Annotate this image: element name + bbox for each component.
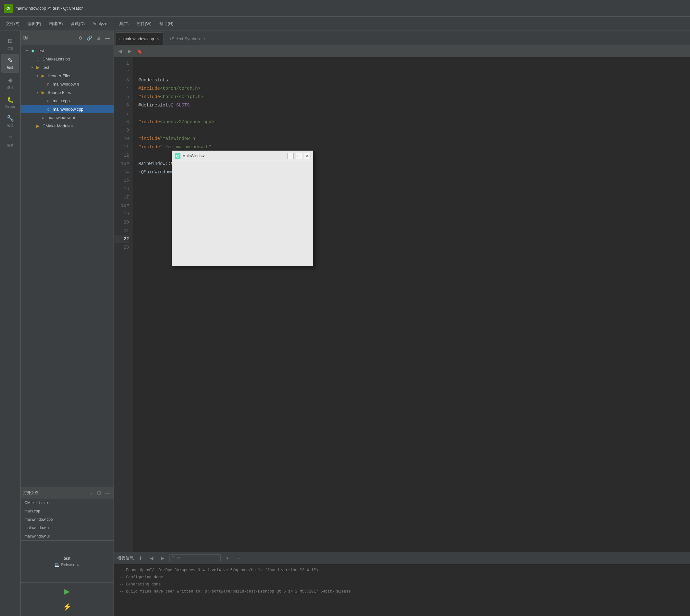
menu-item-d[interactable]: 调试(D) [67,20,88,28]
folder-file-icon: ▶ [40,90,46,95]
tree-item-cmakeliststxt[interactable]: CCMakeLists.txt [21,55,114,63]
open-doc-mainwindowh[interactable]: mainwindow.h [21,524,114,532]
nav-back-btn[interactable]: ◀ [116,47,124,55]
line-num-17: 17 [114,193,129,201]
tree-item-mainwindowcpp[interactable]: cmainwindow.cpp [21,105,114,113]
panel-add-btn[interactable]: + [223,554,231,562]
menu-item-h[interactable]: 帮助(H) [156,20,177,28]
tab-icon: c [119,36,121,41]
fold-arrow[interactable]: ▼ [127,201,129,210]
welcome-icon: ⊞ [6,37,15,45]
preview-content [172,161,313,266]
open-docs-collapse[interactable]: — [104,489,111,496]
tree-item-mainwindowui[interactable]: umainwindow.ui [21,113,114,122]
open-doc-mainwindowui[interactable]: mainwindow.ui [21,532,114,541]
open-doc-maincpp[interactable]: main.cpp [21,507,114,515]
expand-btn[interactable]: ⊞ [95,35,102,42]
build-target-device: 💻 Release ▶ [54,563,80,567]
line-num-4: 4 [114,84,129,93]
link-btn[interactable]: 🔗 [86,35,93,42]
symbol-select[interactable]: <Select Symbol> ▼ [166,32,208,45]
debug-run-button[interactable]: ⚡ [61,600,74,613]
ui-file-icon: u [40,115,46,120]
sidebar-item-welcome[interactable]: ⊞欢迎 [1,34,19,53]
tab-close-btn[interactable]: ✕ [156,37,159,41]
line-num-16: 16 [114,185,129,193]
preview-maximize-btn[interactable]: □ [296,153,302,159]
preview-minimize-btn[interactable]: — [287,153,294,159]
editor-area: c mainwindow.cpp ✕ <Select Symbol> ▼ ◀ ▶… [114,31,690,616]
menu-item-t[interactable]: 工具(T) [112,20,132,28]
sidebar-icons: ⊞欢迎✎编辑◈设计🐛Debug🔧项目?帮助 [0,31,21,616]
proj-file-icon: ◆ [29,48,36,53]
tree-label: mainwindow.ui [48,115,75,120]
debug-icon: 🐛 [6,95,15,104]
editor-tab-mainwindow[interactable]: c mainwindow.cpp ✕ [115,32,163,45]
folder-file-icon: ▶ [35,65,41,70]
tree-item-maincpp[interactable]: cmain.cpp [21,96,114,105]
tree-item-sourcefiles[interactable]: ▼▶Source Files [21,88,114,96]
line-num-11: 11 [114,143,129,151]
line-num-6: 6 [114,101,129,109]
line-num-9: 9 [114,126,129,134]
tree-arrow: ▼ [29,66,35,69]
panel-next-btn[interactable]: ▶ [158,554,166,562]
sidebar-item-help[interactable]: ?帮助 [1,131,19,150]
tree-label: mainwindow.h [53,82,79,87]
code-content[interactable]: #undef slots#include <torch/torch.h>#inc… [133,57,690,552]
sidebar-item-debug[interactable]: 🐛Debug [1,93,19,111]
menu-item-w[interactable]: 控件(W) [133,20,155,28]
tree-item-headerfiles[interactable]: ▼▶Header Files [21,71,114,80]
open-doc-mainwindowcpp[interactable]: mainwindow.cpp [21,515,114,524]
panel-remove-btn[interactable]: − [234,554,243,562]
open-docs-list: CMakeLists.txtmain.cppmainwindow.cppmain… [21,499,114,541]
sidebar-item-label-projects: 项目 [7,124,14,128]
cmake-file-icon: C [35,57,41,62]
menu-item-f[interactable]: 文件(F) [3,20,23,28]
line-num-14: 14 [114,168,129,176]
nav-bookmark-btn[interactable]: 🔖 [135,47,143,55]
line-num-13: 13▼ [114,159,129,168]
filter-input[interactable] [169,554,221,562]
run-button[interactable]: ▶ [61,585,74,598]
output-line: -- Found OpenCV: D:/OpenCV/opencv-3.4.1-… [119,567,685,574]
filter-btn[interactable]: ⚙ [77,35,84,42]
edit-icon: ✎ [6,56,15,65]
preview-icon: Qt [175,153,180,159]
tree-item-test[interactable]: ▼◆test [21,46,114,55]
line-num-8: 8 [114,118,129,126]
bottom-panel: 概要信息 ⬆ ◀ ▶ + − -- Found OpenCV: D:/OpenC… [114,552,690,616]
tree-item-cmakemodules[interactable]: ▶CMake Modules [21,122,114,130]
tree-item-test[interactable]: ▼▶test [21,63,114,71]
sidebar-item-edit[interactable]: ✎编辑 [1,54,19,73]
fold-arrow[interactable]: ▼ [127,159,129,168]
build-output: -- Found OpenCV: D:/OpenCV/opencv-3.4.1-… [114,564,690,616]
project-tree: ▼◆testCCMakeLists.txt▼▶test▼▶Header File… [21,45,114,487]
project-toolbar: 项目 ⚙ 🔗 ⊞ — [21,31,114,45]
open-docs-label: 打开文档 [23,490,86,496]
open-docs-select[interactable]: ⌄ [87,489,94,496]
panel-prev-btn[interactable]: ◀ [147,554,156,562]
line-num-12: 12 [114,151,129,159]
collapse-btn[interactable]: — [104,35,111,42]
tree-label: test [37,48,44,53]
tree-item-mainwindowh[interactable]: hmainwindow.h [21,80,114,88]
tree-label: CMake Modules [42,124,73,128]
sidebar-item-projects[interactable]: 🔧项目 [1,112,19,131]
preview-title: MainWindow [182,154,285,158]
nav-fwd-btn[interactable]: ▶ [126,47,134,55]
preview-close-btn[interactable]: ✕ [304,153,310,159]
tree-label: Header Files [48,73,71,78]
menu-item-analyze[interactable]: Analyze [89,20,110,27]
code-line-5 [138,109,685,118]
open-docs-section: 打开文档 ⌄ ⊞ — CMakeLists.txtmain.cppmainwin… [21,487,114,541]
code-line-7 [138,126,685,134]
menu-item-e[interactable]: 编辑(E) [24,20,44,28]
open-docs-expand[interactable]: ⊞ [95,489,103,496]
open-doc-cmakeliststxt[interactable]: CMakeLists.txt [21,499,114,507]
sidebar-item-design[interactable]: ◈设计 [1,73,19,92]
line-num-15: 15 [114,176,129,185]
menu-item-b[interactable]: 构建(B) [46,20,66,28]
line-num-19: 19 [114,210,129,218]
panel-upload-btn[interactable]: ⬆ [136,554,145,562]
